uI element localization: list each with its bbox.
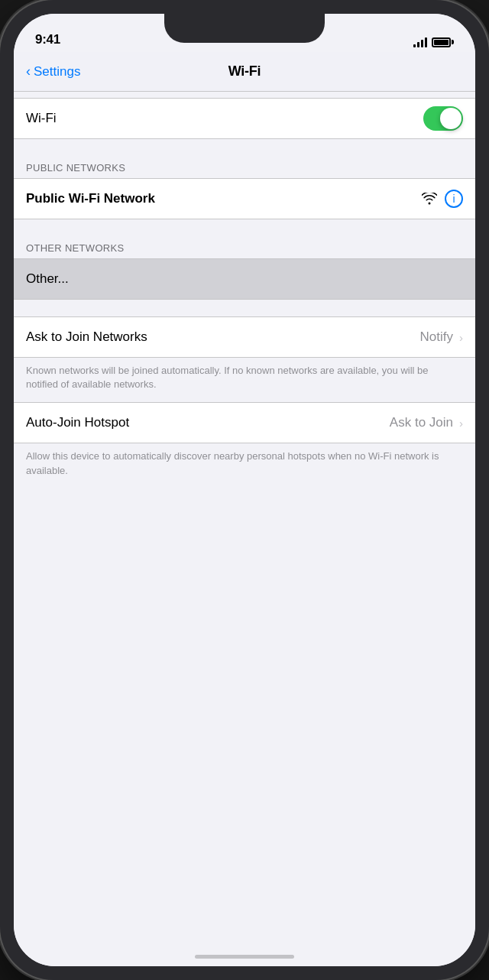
screen: 9:41 ‹	[14, 14, 475, 966]
status-time: 9:41	[35, 32, 60, 47]
back-chevron-icon: ‹	[26, 63, 31, 80]
network-row-icons: i	[422, 190, 463, 208]
other-network-label: Other...	[26, 271, 69, 287]
auto-join-chevron-icon: ›	[459, 417, 463, 430]
auto-join-description: Allow this device to automatically disco…	[14, 443, 475, 488]
wifi-toggle-card: Wi-Fi	[14, 98, 475, 139]
battery-icon	[432, 37, 454, 47]
gap-4	[14, 300, 475, 316]
network-info-button[interactable]: i	[445, 190, 463, 208]
gap-2	[14, 139, 475, 156]
other-networks-header: OTHER NETWORKS	[14, 236, 475, 258]
other-network-row[interactable]: Other...	[14, 259, 475, 299]
phone-frame: 9:41 ‹	[0, 0, 489, 980]
nav-bar: ‹ Settings Wi-Fi	[14, 52, 475, 92]
back-button[interactable]: ‹ Settings	[26, 64, 80, 80]
public-networks-card: Public Wi-Fi Network i	[14, 178, 475, 219]
public-network-name: Public Wi-Fi Network	[26, 191, 155, 206]
wifi-toggle-switch[interactable]	[423, 106, 463, 131]
ask-join-value: Notify	[420, 329, 453, 345]
content-area: Wi-Fi PUBLIC NETWORKS Public Wi-Fi Netwo…	[14, 92, 475, 966]
public-networks-header: PUBLIC NETWORKS	[14, 156, 475, 178]
auto-join-label: Auto-Join Hotspot	[26, 415, 129, 430]
gap-1	[14, 92, 475, 98]
auto-join-row[interactable]: Auto-Join Hotspot Ask to Join ›	[14, 403, 475, 443]
gap-3	[14, 219, 475, 236]
wifi-signal-icon	[422, 193, 437, 205]
page-title: Wi-Fi	[228, 63, 261, 80]
public-network-row[interactable]: Public Wi-Fi Network i	[14, 179, 475, 219]
home-indicator	[195, 955, 294, 959]
notch	[164, 14, 325, 43]
ask-join-value-group: Notify ›	[420, 329, 463, 345]
ask-join-description: Known networks will be joined automatica…	[14, 358, 475, 402]
auto-join-value: Ask to Join	[390, 415, 453, 430]
signal-bars-icon	[413, 37, 427, 47]
back-label: Settings	[34, 64, 80, 80]
other-networks-card: Other...	[14, 258, 475, 300]
status-icons	[413, 37, 454, 47]
wifi-toggle-label: Wi-Fi	[26, 111, 57, 126]
auto-join-card: Auto-Join Hotspot Ask to Join ›	[14, 402, 475, 443]
auto-join-value-group: Ask to Join ›	[390, 415, 463, 430]
toggle-thumb	[440, 108, 461, 129]
ask-join-row[interactable]: Ask to Join Networks Notify ›	[14, 317, 475, 357]
ask-join-label: Ask to Join Networks	[26, 329, 147, 345]
ask-join-card: Ask to Join Networks Notify ›	[14, 316, 475, 358]
ask-join-chevron-icon: ›	[459, 331, 463, 344]
bottom-spacer	[14, 488, 475, 641]
wifi-toggle-row: Wi-Fi	[14, 99, 475, 138]
